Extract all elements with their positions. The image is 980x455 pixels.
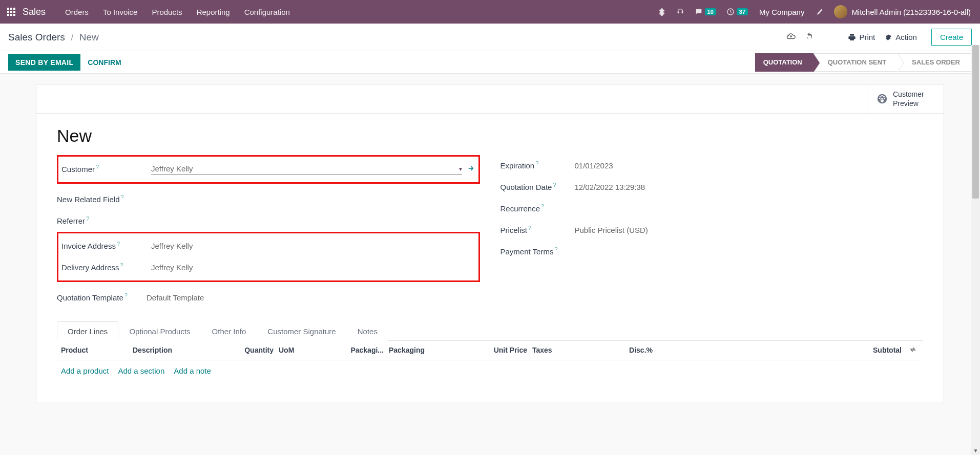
add-product-link[interactable]: Add a product	[61, 366, 109, 375]
form-title: New	[57, 126, 923, 146]
scroll-thumb[interactable]	[972, 45, 979, 199]
referrer-field[interactable]	[147, 220, 480, 222]
breadcrumb-current: New	[79, 32, 99, 42]
customer-label: Customer	[61, 165, 95, 174]
user-name: Mitchell Admin (21523336-16-0-all)	[851, 8, 971, 16]
user-menu[interactable]: Mitchell Admin (21523336-16-0-all)	[829, 5, 976, 18]
quotation-template-label: Quotation Template	[57, 293, 123, 302]
highlight-addresses: Invoice Address? Jeffrey Kelly Delivery …	[57, 232, 480, 282]
menu-reporting[interactable]: Reporting	[190, 8, 237, 16]
pricelist-label: Pricelist	[501, 226, 528, 234]
action-button[interactable]: Action	[884, 33, 917, 41]
col-subtotal: Subtotal	[658, 346, 902, 355]
customer-field[interactable]: Jeffrey Kelly ▾	[151, 163, 462, 175]
chevron-down-icon: ▾	[459, 165, 462, 172]
activities-icon[interactable]: 37	[721, 8, 753, 16]
send-by-email-button[interactable]: SEND BY EMAIL	[8, 54, 80, 71]
invoice-address-label: Invoice Address	[61, 242, 116, 250]
external-link-icon[interactable]	[467, 164, 475, 174]
tab-order-lines[interactable]: Order Lines	[57, 321, 118, 341]
col-description: Description	[133, 346, 220, 355]
customer-preview-button[interactable]: Customer Preview	[867, 84, 944, 113]
confirm-button[interactable]: CONFIRM	[80, 54, 128, 71]
support-icon[interactable]	[671, 8, 690, 16]
menu-products[interactable]: Products	[144, 8, 189, 16]
col-quantity: Quantity	[225, 346, 274, 355]
stage-quotation[interactable]: QUOTATION	[755, 53, 814, 72]
form-sheet: Customer Preview New Customer? Jeffrey K…	[36, 84, 944, 402]
avatar	[834, 5, 847, 18]
debug-icon[interactable]	[653, 8, 671, 16]
tab-customer-signature[interactable]: Customer Signature	[257, 321, 346, 341]
app-brand[interactable]: Sales	[23, 7, 46, 17]
col-packaging: Packaging	[389, 346, 471, 355]
company-selector[interactable]: My Company	[753, 8, 810, 16]
create-button[interactable]: Create	[931, 29, 972, 46]
discard-icon[interactable]	[805, 32, 814, 42]
menu-configuration[interactable]: Configuration	[237, 8, 297, 16]
invoice-address-field[interactable]: Jeffrey Kelly	[151, 241, 475, 251]
customer-preview-label-1: Customer	[893, 90, 924, 99]
messages-icon[interactable]: 10	[690, 8, 721, 16]
delivery-address-field[interactable]: Jeffrey Kelly	[151, 262, 475, 273]
form-tabs: Order Lines Optional Products Other Info…	[57, 321, 923, 341]
stage-quotation-sent[interactable]: QUOTATION SENT	[814, 53, 898, 72]
customer-value: Jeffrey Kelly	[151, 164, 193, 173]
breadcrumb-sep: /	[71, 32, 73, 42]
new-related-label: New Related Field	[57, 195, 120, 204]
payment-terms-field[interactable]	[575, 250, 924, 252]
quotation-template-field[interactable]: Default Template	[147, 292, 480, 303]
recurrence-label: Recurrence	[501, 204, 540, 213]
top-nav: Sales Orders To Invoice Products Reporti…	[0, 0, 980, 24]
delivery-address-label: Delivery Address	[61, 263, 119, 272]
tab-optional-products[interactable]: Optional Products	[118, 321, 201, 341]
cloud-save-icon[interactable]	[786, 32, 796, 42]
print-button[interactable]: Print	[848, 33, 875, 41]
globe-icon	[877, 93, 888, 104]
quotation-date-field[interactable]: 12/02/2022 13:29:38	[575, 182, 924, 192]
orderlines-add-row: Add a product Add a section Add a note	[57, 360, 923, 381]
vertical-scrollbar[interactable]: ▲ ▼	[971, 45, 980, 413]
customer-preview-label-2: Preview	[893, 99, 924, 108]
menu-orders[interactable]: Orders	[58, 8, 96, 16]
expiration-field[interactable]: 01/01/2023	[575, 160, 924, 171]
col-packaging-qty: Packagi...	[345, 346, 384, 355]
add-section-link[interactable]: Add a section	[118, 366, 164, 375]
payment-terms-label: Payment Terms	[501, 247, 554, 256]
tools-icon[interactable]	[810, 8, 829, 16]
control-panel: Sales Orders / New Print Action Create	[0, 24, 980, 51]
add-note-link[interactable]: Add a note	[174, 366, 211, 375]
col-discount: Disc.%	[614, 346, 653, 355]
col-uom: UoM	[279, 346, 340, 355]
messages-badge: 10	[705, 8, 716, 15]
breadcrumb: Sales Orders / New	[8, 32, 99, 43]
breadcrumb-root[interactable]: Sales Orders	[8, 32, 65, 42]
col-taxes: Taxes	[532, 346, 609, 355]
orderlines-header: Product Description Quantity UoM Packagi…	[57, 341, 923, 360]
col-options-icon[interactable]	[907, 346, 919, 355]
apps-icon[interactable]	[7, 8, 15, 16]
expiration-label: Expiration	[501, 161, 535, 170]
pricelist-field[interactable]: Public Pricelist (USD)	[575, 225, 924, 235]
tab-notes[interactable]: Notes	[347, 321, 388, 341]
col-product: Product	[61, 346, 128, 355]
status-bar: SEND BY EMAIL CONFIRM QUOTATION QUOTATIO…	[0, 51, 980, 74]
stage-sales-order[interactable]: SALES ORDER	[898, 53, 972, 72]
tab-other-info[interactable]: Other Info	[201, 321, 257, 341]
stage-indicator: QUOTATION QUOTATION SENT SALES ORDER	[755, 53, 972, 72]
recurrence-field[interactable]	[575, 207, 924, 209]
referrer-label: Referrer	[57, 216, 85, 225]
menu-to-invoice[interactable]: To Invoice	[96, 8, 145, 16]
quotation-date-label: Quotation Date	[501, 183, 552, 191]
col-unit-price: Unit Price	[476, 346, 527, 355]
activities-badge: 37	[737, 8, 748, 15]
highlight-customer: Customer? Jeffrey Kelly ▾	[57, 155, 480, 184]
